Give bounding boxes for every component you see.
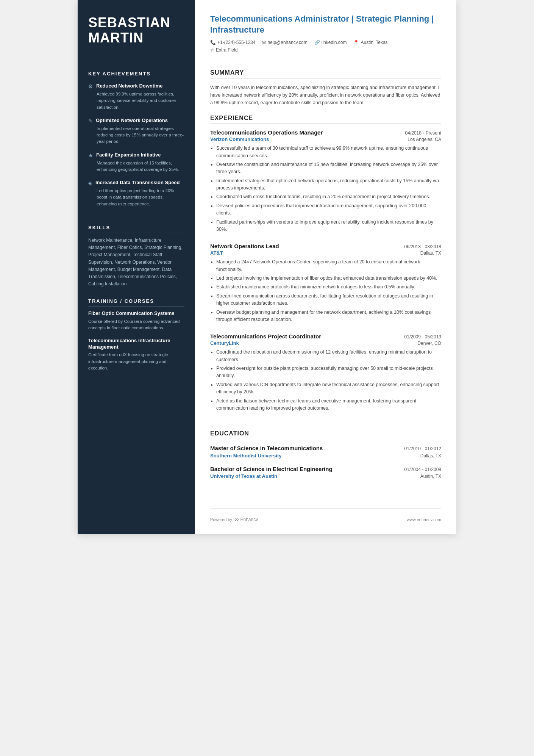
contact-location: 📍 Austin, Texas [353, 40, 387, 45]
powered-by-text: Powered by [210, 517, 232, 522]
brand-name: Enhancv [240, 517, 258, 522]
extra-field-icon: ☆ [210, 47, 214, 53]
edu-location-1: Dallas, TX [420, 453, 441, 459]
exp-company-row-3: CenturyLink Denver, CO [210, 340, 441, 346]
bullet-item: Oversaw budget planning and management f… [216, 309, 441, 324]
training-desc-1: Course offered by Coursera covering adva… [88, 318, 184, 332]
achievement-title-1: Reduced Network Downtime [96, 83, 163, 89]
email-text: help@enhancv.com [267, 40, 307, 45]
achievement-icon-3: ★ [88, 152, 93, 158]
contact-phone: 📞 +1-(234)-555-1234 [210, 40, 255, 45]
achievement-icon-1: ⚙ [88, 83, 93, 89]
achievement-item: ✎ Optimized Network Operations Implement… [88, 117, 184, 145]
experience-section-title: EXPERIENCE [210, 115, 441, 124]
edu-header-1: Master of Science in Telecommunications … [210, 445, 441, 452]
achievement-item: ◈ Increased Data Transmission Speed Led … [88, 180, 184, 207]
extra-field-text: Extra Field [216, 47, 237, 53]
education-section-title: EDUCATION [210, 430, 441, 439]
contact-email: ✉ help@enhancv.com [262, 40, 307, 45]
achievements-list: ⚙ Reduced Network Downtime Achieved 99.9… [88, 83, 184, 214]
achievement-header: ✎ Optimized Network Operations [88, 117, 184, 124]
exp-company-1: Verizon Communications [210, 136, 269, 142]
footer: Powered by ∞ Enhancv www.enhancv.com [210, 508, 441, 523]
bullet-item: Led projects involving the implementatio… [216, 275, 441, 282]
contact-row: 📞 +1-(234)-555-1234 ✉ help@enhancv.com 🔗… [210, 40, 441, 45]
exp-location-3: Denver, CO [417, 341, 441, 346]
bullet-item: Facilitated partnerships with vendors to… [216, 219, 441, 233]
exp-entry-3: Telecommunications Project Coordinator 0… [210, 333, 441, 413]
bullet-item: Provided oversight for outside plant pro… [216, 365, 441, 380]
achievement-item: ★ Facility Expansion Initiative Managed … [88, 152, 184, 173]
achievement-title-4: Increased Data Transmission Speed [95, 180, 180, 186]
training-item-2: Telecommunications Infrastructure Manage… [88, 338, 184, 372]
exp-dates-2: 06/2013 - 03/2018 [404, 244, 441, 249]
achievement-header: ◈ Increased Data Transmission Speed [88, 180, 184, 186]
bullet-item: Established maintenance protocols that m… [216, 283, 441, 291]
enhancv-logo: ∞ Enhancv [234, 516, 258, 523]
bullet-item: Coordinated with cross-functional teams,… [216, 193, 441, 200]
main-title: Telecommunications Administrator | Strat… [210, 14, 441, 35]
edu-degree-1: Master of Science in Telecommunications [210, 445, 323, 452]
achievement-icon-2: ✎ [88, 118, 93, 124]
edu-dates-2: 01/2004 - 01/2008 [404, 467, 441, 472]
extra-field-row: ☆ Extra Field [210, 47, 441, 53]
logo-icon: ∞ [234, 516, 239, 523]
exp-dates-1: 04/2018 - Present [405, 130, 441, 136]
contact-linkedin: 🔗 linkedin.com [314, 40, 347, 45]
training-list: Fiber Optic Communication Systems Course… [88, 310, 184, 377]
training-title: TRAINING / COURSES [88, 298, 184, 307]
bullet-item: Worked with various ICN departments to i… [216, 381, 441, 396]
exp-job-title-2: Network Operations Lead [210, 243, 279, 249]
bullet-item: Oversaw the construction and maintenance… [216, 161, 441, 176]
achievement-desc-2: Implemented new operational strategies r… [97, 125, 184, 145]
exp-bullets-3: Coordinated the relocation and decommiss… [210, 349, 441, 412]
edu-header-2: Bachelor of Science in Electrical Engine… [210, 465, 441, 473]
phone-icon: 📞 [210, 40, 216, 45]
training-title-1: Fiber Optic Communication Systems [88, 310, 184, 317]
training-title-2: Telecommunications Infrastructure Manage… [88, 338, 184, 351]
footer-website: www.enhancv.com [407, 517, 441, 522]
exp-entry-2: Network Operations Lead 06/2013 - 03/201… [210, 243, 441, 325]
exp-job-title-1: Telecommunications Operations Manager [210, 129, 323, 136]
resume-container: SEBASTIANMARTIN KEY ACHIEVEMENTS ⚙ Reduc… [78, 0, 456, 534]
bullet-item: Streamlined communication across departm… [216, 293, 441, 307]
exp-company-2: AT&T [210, 250, 223, 256]
edu-entry-1: Master of Science in Telecommunications … [210, 445, 441, 459]
edu-school-row-1: Southern Methodist University Dallas, TX [210, 453, 441, 459]
achievement-desc-3: Managed the expansion of 15 facilities, … [97, 160, 184, 173]
training-desc-2: Certificate from edX focusing on strateg… [88, 352, 184, 371]
summary-text: With over 10 years in telecommunications… [210, 84, 441, 106]
edu-school-2: University of Texas at Austin [210, 473, 277, 479]
training-item-1: Fiber Optic Communication Systems Course… [88, 310, 184, 331]
exp-job-title-3: Telecommunications Project Coordinator [210, 333, 321, 340]
footer-left: Powered by ∞ Enhancv [210, 516, 258, 523]
exp-header-3: Telecommunications Project Coordinator 0… [210, 333, 441, 340]
phone-text: +1-(234)-555-1234 [217, 40, 255, 45]
edu-dates-1: 01/2010 - 01/2012 [404, 446, 441, 451]
achievement-title-3: Facility Expansion Initiative [96, 152, 161, 158]
edu-school-1: Southern Methodist University [210, 453, 282, 459]
achievement-desc-1: Achieved 99.9% uptime across facilities,… [97, 91, 184, 111]
bullet-item: Successfully led a team of 30 technical … [216, 145, 441, 160]
exp-header-1: Telecommunications Operations Manager 04… [210, 129, 441, 136]
linkedin-icon: 🔗 [314, 40, 320, 45]
edu-degree-2: Bachelor of Science in Electrical Engine… [210, 465, 333, 473]
location-text: Austin, Texas [361, 40, 387, 45]
email-icon: ✉ [262, 40, 266, 45]
bullet-item: Acted as the liaison between technical t… [216, 398, 441, 412]
edu-school-row-2: University of Texas at Austin Austin, TX [210, 473, 441, 479]
bullet-item: Implemented strategies that optimized ne… [216, 177, 441, 192]
sidebar: SEBASTIANMARTIN KEY ACHIEVEMENTS ⚙ Reduc… [78, 0, 195, 534]
achievement-desc-4: Led fiber optics project leading to a 40… [97, 188, 184, 207]
skills-title: SKILLS [88, 225, 184, 233]
achievement-header: ⚙ Reduced Network Downtime [88, 83, 184, 89]
achievement-icon-4: ◈ [88, 180, 92, 186]
location-icon: 📍 [353, 40, 359, 45]
achievement-item: ⚙ Reduced Network Downtime Achieved 99.9… [88, 83, 184, 111]
summary-section-title: SUMMARY [210, 69, 441, 78]
achievements-title: KEY ACHIEVEMENTS [88, 71, 184, 79]
linkedin-text: linkedin.com [322, 40, 347, 45]
edu-entry-2: Bachelor of Science in Electrical Engine… [210, 465, 441, 479]
bullet-item: Managed a 24×7 Network Operations Center… [216, 258, 441, 273]
exp-company-row-1: Verizon Communications Los Angeles, CA [210, 136, 441, 142]
